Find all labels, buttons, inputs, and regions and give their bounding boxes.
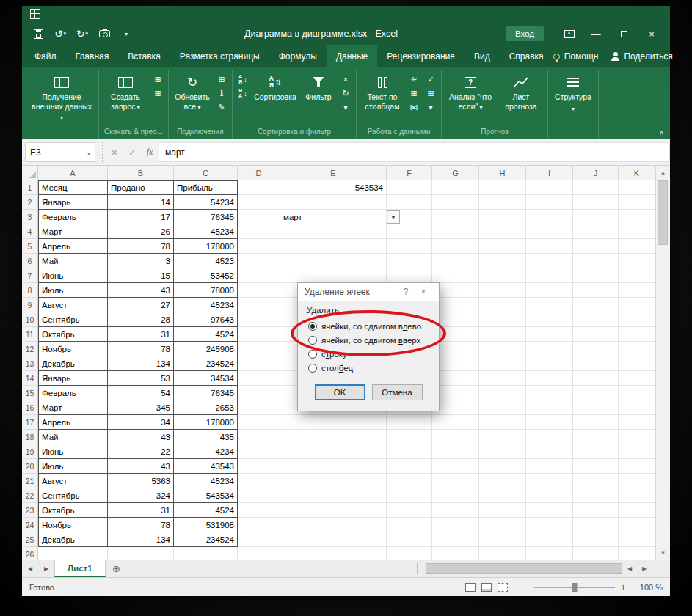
cell-F6[interactable]: [387, 254, 432, 268]
cell-D18[interactable]: [238, 430, 280, 444]
cell-K19[interactable]: [619, 444, 655, 459]
row-header-22[interactable]: 22: [22, 488, 38, 503]
ribbon-tab-9[interactable]: Справка: [500, 45, 553, 67]
cell-B8[interactable]: 43: [108, 283, 174, 298]
cell-J13[interactable]: [573, 356, 619, 371]
row-header-9[interactable]: 9: [22, 298, 38, 312]
collapse-ribbon-icon[interactable]: ∧: [659, 128, 664, 136]
cell-B22[interactable]: 324: [108, 488, 174, 503]
cell-F20[interactable]: [387, 459, 432, 474]
ribbon-tab-8[interactable]: Вид: [465, 45, 500, 67]
data-validation-button[interactable]: ✓: [423, 73, 439, 86]
cell-H13[interactable]: [479, 356, 526, 371]
cell-A14[interactable]: Январь: [38, 371, 108, 386]
sort-button[interactable]: АЯ⇅ Сортировка: [251, 70, 299, 102]
cell-A6[interactable]: Май: [38, 254, 108, 268]
cell-A22[interactable]: Сентябрь: [38, 488, 108, 503]
column-header-F[interactable]: F: [387, 166, 432, 180]
cell-J2[interactable]: [573, 195, 619, 210]
row-header-17[interactable]: 17: [22, 415, 38, 430]
cell-C1[interactable]: Прибыль: [174, 180, 238, 195]
cell-F22[interactable]: [387, 488, 432, 503]
cell-C22[interactable]: 543534: [174, 488, 238, 503]
text-to-columns-button[interactable]: Текст по столбцам: [359, 70, 406, 111]
cell-G22[interactable]: [432, 488, 479, 503]
cell-G23[interactable]: [432, 503, 479, 518]
cell-K10[interactable]: [619, 312, 655, 327]
cell-A3[interactable]: Февраль: [38, 210, 108, 224]
row-header-19[interactable]: 19: [22, 444, 38, 459]
cell-D22[interactable]: [238, 488, 280, 503]
cell-I15[interactable]: [526, 386, 573, 400]
scroll-up-icon[interactable]: ▲: [656, 166, 670, 179]
cell-G4[interactable]: [432, 224, 479, 239]
cell-E18[interactable]: [280, 430, 387, 444]
edit-links-button[interactable]: ✎: [214, 100, 230, 114]
cell-A15[interactable]: Февраль: [38, 386, 108, 400]
column-header-E[interactable]: E: [280, 166, 387, 180]
cell-B25[interactable]: 134: [108, 532, 174, 547]
cell-A24[interactable]: Ноябрь: [38, 518, 108, 532]
get-external-data-button[interactable]: Получение внешних данных: [27, 70, 96, 123]
cell-D21[interactable]: [238, 474, 280, 488]
cell-H5[interactable]: [479, 239, 526, 254]
cell-B6[interactable]: 3: [108, 254, 174, 268]
cell-G3[interactable]: [432, 210, 479, 224]
cell-D4[interactable]: [238, 224, 280, 239]
cell-K2[interactable]: [619, 195, 655, 210]
row-header-21[interactable]: 21: [22, 474, 38, 488]
cell-J11[interactable]: [573, 327, 619, 342]
column-header-H[interactable]: H: [479, 166, 526, 180]
cell-J15[interactable]: [573, 386, 619, 400]
radio-option-2[interactable]: ячейки, со сдвигом вверх: [308, 333, 430, 347]
cell-B12[interactable]: 78: [108, 342, 174, 356]
cell-H12[interactable]: [479, 342, 526, 356]
what-if-analysis-button[interactable]: ? Анализ "что если": [444, 70, 497, 112]
cell-H20[interactable]: [479, 459, 526, 474]
cell-A19[interactable]: Июнь: [38, 444, 108, 459]
zoom-out-icon[interactable]: −: [524, 582, 530, 593]
cell-H11[interactable]: [479, 327, 526, 342]
cell-J3[interactable]: [573, 210, 619, 224]
cell-C14[interactable]: 34534: [174, 371, 238, 386]
cell-E4[interactable]: [280, 224, 387, 239]
forecast-sheet-button[interactable]: Лист прогноза: [497, 70, 545, 111]
cell-A20[interactable]: Июль: [38, 459, 108, 474]
scroll-down-icon[interactable]: ▼: [656, 546, 670, 560]
cell-C23[interactable]: 4524: [174, 503, 238, 518]
cell-I11[interactable]: [526, 327, 573, 342]
row-header-12[interactable]: 12: [22, 342, 38, 356]
cell-K13[interactable]: [619, 356, 655, 371]
cell-J20[interactable]: [573, 459, 619, 474]
cell-D6[interactable]: [238, 254, 280, 268]
cell-G26[interactable]: [432, 547, 479, 560]
cell-I12[interactable]: [526, 342, 573, 356]
cell-F24[interactable]: [387, 518, 432, 532]
horizontal-scroll-thumb[interactable]: [426, 563, 622, 574]
cell-H3[interactable]: [479, 210, 526, 224]
page-layout-view-icon[interactable]: [481, 583, 492, 592]
outline-button[interactable]: Структура: [550, 70, 596, 114]
sort-za-button[interactable]: ЯА↓: [235, 87, 251, 100]
relationships-button[interactable]: ⋈: [406, 100, 422, 114]
cell-H21[interactable]: [479, 474, 526, 488]
cell-D1[interactable]: [238, 180, 280, 195]
column-header-G[interactable]: G: [432, 166, 479, 180]
cell-I22[interactable]: [526, 488, 573, 503]
cell-F1[interactable]: [387, 180, 432, 195]
cell-G25[interactable]: [432, 532, 479, 547]
enter-entry-icon[interactable]: [123, 142, 141, 162]
cell-F21[interactable]: [387, 474, 432, 488]
column-header-I[interactable]: I: [526, 166, 573, 180]
cell-H16[interactable]: [479, 400, 526, 415]
cell-A12[interactable]: Ноябрь: [38, 342, 108, 356]
row-header-3[interactable]: 3: [22, 210, 38, 224]
cell-D25[interactable]: [238, 532, 280, 547]
cell-H25[interactable]: [479, 532, 526, 547]
cell-H24[interactable]: [479, 518, 526, 532]
cell-A16[interactable]: Март: [38, 400, 108, 415]
cell-A9[interactable]: Август: [38, 298, 108, 312]
cell-I14[interactable]: [526, 371, 573, 386]
cell-B3[interactable]: 17: [108, 210, 174, 224]
cell-J19[interactable]: [573, 444, 619, 459]
